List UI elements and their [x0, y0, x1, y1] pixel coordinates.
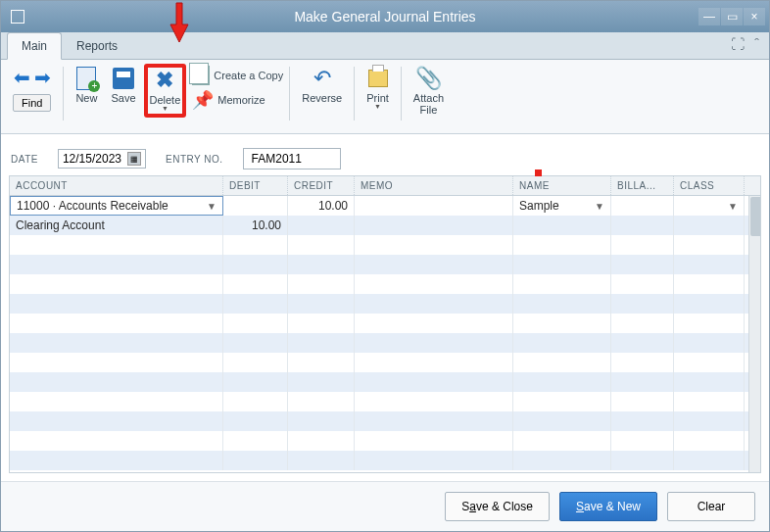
calendar-icon[interactable]: ▦ — [127, 152, 141, 166]
tab-reports[interactable]: Reports — [62, 32, 132, 59]
col-memo[interactable]: MEMO — [355, 176, 513, 195]
table-row[interactable] — [10, 235, 760, 255]
new-button[interactable]: New — [70, 64, 103, 106]
col-name[interactable]: NAME — [513, 176, 611, 195]
save-button[interactable]: Save — [105, 64, 141, 106]
col-class[interactable]: CLASS — [674, 176, 745, 195]
reverse-icon: ↶ — [313, 66, 331, 91]
required-indicator — [535, 169, 542, 176]
reverse-button[interactable]: ↶ Reverse — [296, 64, 348, 106]
delete-icon: ✖ — [156, 68, 173, 93]
maximize-button[interactable]: ▭ — [721, 8, 743, 25]
separator — [289, 67, 290, 121]
save-icon — [113, 68, 134, 89]
separator — [401, 67, 402, 121]
col-credit[interactable]: CREDIT — [288, 176, 355, 195]
journal-entry-window: Make General Journal Entries — ▭ × Main … — [0, 0, 770, 532]
print-icon — [368, 70, 388, 87]
toolbar: ⬅ ➡ Find New Save ✖ Delete ▼ Create a Co… — [1, 60, 769, 134]
table-row[interactable] — [10, 392, 760, 411]
date-label: DATE — [11, 154, 38, 165]
table-row[interactable] — [10, 314, 760, 333]
save-new-button[interactable]: Save & New — [559, 492, 657, 521]
entry-no-label: ENTRY NO. — [166, 154, 223, 165]
create-copy-button[interactable]: Create a Copy — [192, 64, 283, 87]
minimize-button[interactable]: — — [698, 8, 720, 25]
col-billable[interactable]: BILLA... — [611, 176, 674, 195]
annotation-arrow — [168, 1, 190, 44]
dropdown-icon[interactable]: ▼ — [728, 201, 738, 212]
grid-header: ACCOUNT DEBIT CREDIT MEMO NAME BILLA... … — [10, 176, 760, 196]
dropdown-icon[interactable]: ▼ — [595, 201, 604, 212]
footer: Save & Close Save & New Clear — [1, 481, 769, 531]
table-row[interactable] — [10, 274, 760, 294]
separator — [354, 67, 355, 121]
table-row[interactable]: Clearing Account 10.00 — [10, 216, 760, 235]
table-row[interactable] — [10, 451, 760, 470]
table-row[interactable] — [10, 431, 760, 451]
table-row[interactable] — [10, 411, 760, 431]
scrollbar[interactable] — [748, 196, 760, 472]
table-row[interactable] — [10, 372, 760, 392]
grid-body: 11000 · Accounts Receivable▼ 10.00 Sampl… — [10, 196, 760, 472]
table-row[interactable] — [10, 294, 760, 314]
memorize-button[interactable]: 📌 Memorize — [192, 87, 283, 113]
table-row[interactable] — [10, 255, 760, 274]
delete-button[interactable]: ✖ Delete ▼ — [144, 64, 187, 118]
delete-dropdown-icon[interactable]: ▼ — [162, 105, 168, 112]
ribbon-tabs: Main Reports ⛶ ˆ — [1, 32, 769, 60]
entry-no-field[interactable]: FAM2011 — [243, 148, 341, 169]
new-icon — [76, 67, 96, 90]
collapse-ribbon-icon[interactable]: ˆ — [754, 36, 759, 52]
next-arrow-icon[interactable]: ➡ — [34, 66, 51, 89]
table-row[interactable] — [10, 333, 760, 353]
date-field[interactable]: 12/15/2023 ▦ — [58, 149, 146, 169]
close-button[interactable]: × — [744, 8, 765, 25]
print-button[interactable]: Print ▼ — [361, 64, 395, 112]
table-row[interactable]: 11000 · Accounts Receivable▼ 10.00 Sampl… — [10, 196, 760, 216]
find-group: ⬅ ➡ Find — [7, 64, 57, 114]
journal-grid: ACCOUNT DEBIT CREDIT MEMO NAME BILLA... … — [9, 175, 761, 473]
paperclip-icon: 📎 — [415, 66, 442, 91]
prev-arrow-icon[interactable]: ⬅ — [14, 66, 30, 89]
save-close-button[interactable]: Save & Close — [445, 492, 550, 521]
header-form: DATE 12/15/2023 ▦ ENTRY NO. FAM2011 — [1, 134, 769, 175]
table-row[interactable] — [10, 353, 760, 372]
find-button[interactable]: Find — [13, 94, 51, 112]
window-title: Make General Journal Entries — [294, 9, 475, 24]
tab-main[interactable]: Main — [7, 32, 62, 60]
attach-file-button[interactable]: 📎 AttachFile — [408, 64, 450, 118]
memorize-icon: 📌 — [192, 89, 214, 111]
separator — [63, 67, 64, 121]
titlebar: Make General Journal Entries — ▭ × — [1, 1, 769, 32]
print-dropdown-icon[interactable]: ▼ — [374, 103, 381, 110]
app-icon — [11, 10, 24, 24]
col-account[interactable]: ACCOUNT — [10, 176, 223, 195]
col-debit[interactable]: DEBIT — [223, 176, 288, 195]
expand-icon[interactable]: ⛶ — [731, 36, 745, 52]
dropdown-icon[interactable]: ▼ — [207, 201, 217, 212]
copy-icon — [192, 66, 210, 85]
clear-button[interactable]: Clear — [667, 492, 755, 521]
